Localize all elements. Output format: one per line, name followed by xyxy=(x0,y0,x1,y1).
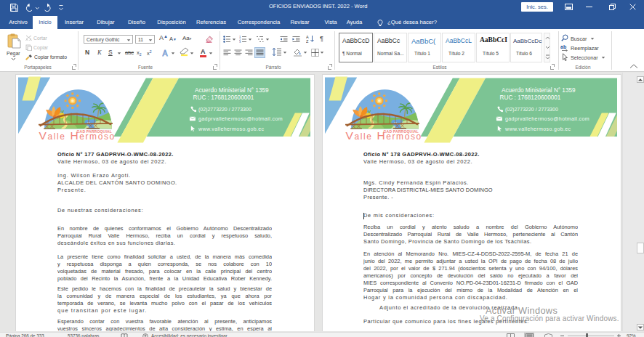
svg-text:A: A xyxy=(163,49,168,57)
svg-text:ab: ab xyxy=(560,44,566,49)
svg-text:3: 3 xyxy=(239,40,241,43)
svg-text:Z: Z xyxy=(306,39,309,43)
